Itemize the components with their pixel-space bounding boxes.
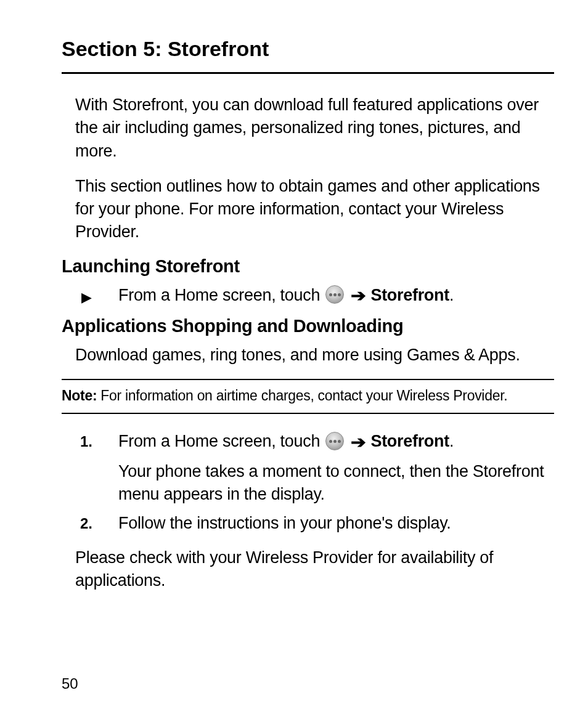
page-number: 50 [62,675,78,692]
launch-step: ▶ From a Home screen, touch ➔ Storefront… [81,284,554,308]
play-bullet-icon: ▶ [81,290,118,306]
step-2-body: Follow the instructions in your phone's … [118,512,554,535]
manual-page: Section 5: Storefront With Storefront, y… [0,0,588,722]
launch-prefix: From a Home screen, touch [118,286,324,304]
period: . [449,286,454,304]
period: . [449,432,454,450]
intro-para-1: With Storefront, you can download full f… [75,94,554,163]
step-1-after: Your phone takes a moment to connect, th… [118,460,554,506]
step-2: 2. Follow the instructions in your phone… [80,512,554,535]
note-label: Note: [62,387,97,404]
storefront-label: Storefront [370,432,449,450]
step-1-prefix: From a Home screen, touch [118,432,324,450]
step-1-body: From a Home screen, touch ➔ Storefront. … [118,430,554,506]
arrow-icon: ➔ [350,431,365,454]
subheading-applications: Applications Shopping and Downloading [62,316,554,336]
intro-para-2: This section outlines how to obtain game… [75,175,554,244]
note-box: Note: For information on airtime charges… [62,379,554,414]
section-title: Section 5: Storefront [62,37,554,61]
apps-grid-icon [325,432,344,450]
note-text: For information on airtime charges, cont… [97,387,507,404]
step-1: 1. From a Home screen, touch ➔ Storefron… [80,430,554,506]
subheading-launching: Launching Storefront [62,256,554,277]
step-2-number: 2. [80,515,118,532]
storefront-label: Storefront [370,286,449,304]
apps-grid-icon [325,285,344,304]
title-rule [62,72,554,74]
apps-desc: Download games, ring tones, and more usi… [75,344,554,367]
closing-para: Please check with your Wireless Provider… [75,546,554,593]
arrow-icon: ➔ [350,285,365,307]
launch-instruction: From a Home screen, touch ➔ Storefront. [118,284,454,308]
step-1-number: 1. [80,433,118,450]
